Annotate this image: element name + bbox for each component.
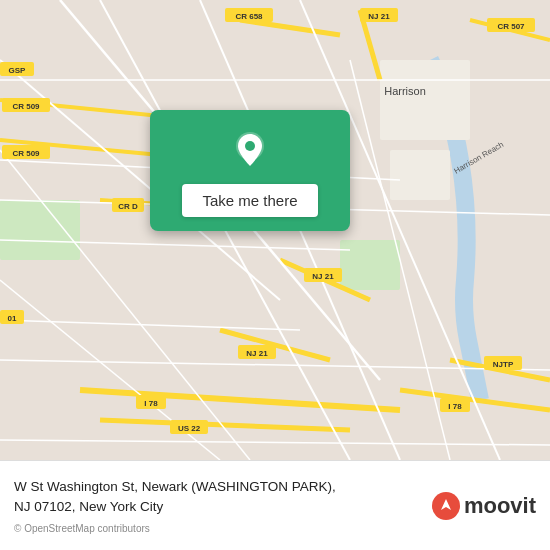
svg-text:US 22: US 22 xyxy=(178,424,201,433)
svg-text:I 78: I 78 xyxy=(144,399,158,408)
copyright-text: © OpenStreetMap contributors xyxy=(14,523,150,534)
svg-text:CR 509: CR 509 xyxy=(12,149,40,158)
svg-rect-2 xyxy=(390,150,450,200)
moovit-text: moovit xyxy=(464,493,536,519)
address-line1: W St Washington St, Newark (WASHINGTON P… xyxy=(14,479,336,494)
svg-text:CR D: CR D xyxy=(118,202,138,211)
svg-text:CR 658: CR 658 xyxy=(235,12,263,21)
location-pin-icon xyxy=(228,128,272,172)
svg-text:01: 01 xyxy=(8,314,17,323)
moovit-icon xyxy=(432,492,460,520)
svg-text:CR 509: CR 509 xyxy=(12,102,40,111)
svg-text:GSP: GSP xyxy=(9,66,27,75)
svg-text:NJ 21: NJ 21 xyxy=(246,349,268,358)
footer: W St Washington St, Newark (WASHINGTON P… xyxy=(0,460,550,550)
svg-text:CR 507: CR 507 xyxy=(497,22,525,31)
footer-address: W St Washington St, Newark (WASHINGTON P… xyxy=(14,477,422,518)
moovit-logo: moovit xyxy=(432,492,536,520)
svg-text:I 78: I 78 xyxy=(448,402,462,411)
take-me-there-button[interactable]: Take me there xyxy=(182,184,317,217)
address-line2: NJ 07102, New York City xyxy=(14,499,163,514)
svg-text:Harrison: Harrison xyxy=(384,85,426,97)
svg-rect-3 xyxy=(0,200,80,260)
map-container: CR 658 NJ 21 CR 507 GSP CR 509 CR 509 CR… xyxy=(0,0,550,460)
svg-rect-1 xyxy=(380,60,470,140)
svg-rect-4 xyxy=(340,240,400,290)
footer-left: W St Washington St, Newark (WASHINGTON P… xyxy=(14,477,422,535)
location-card: Take me there xyxy=(150,110,350,231)
svg-text:NJ 21: NJ 21 xyxy=(312,272,334,281)
svg-text:NJ 21: NJ 21 xyxy=(368,12,390,21)
svg-text:NJTP: NJTP xyxy=(493,360,514,369)
footer-copyright: © OpenStreetMap contributors xyxy=(14,523,422,534)
svg-point-63 xyxy=(245,141,255,151)
